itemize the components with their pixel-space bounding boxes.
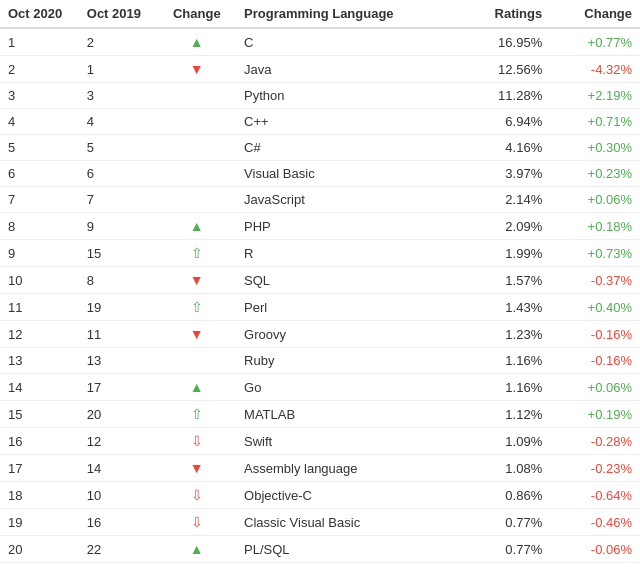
rating-value: 6.94% xyxy=(460,109,550,135)
arrow-double-down-icon: ⇩ xyxy=(191,433,203,449)
rank-2019: 20 xyxy=(79,401,158,428)
arrow-up-icon: ▲ xyxy=(190,218,204,234)
rank-2020: 20 xyxy=(0,536,79,563)
rank-2020: 4 xyxy=(0,109,79,135)
change-arrow: ▼ xyxy=(158,455,237,482)
rank-2019: 13 xyxy=(79,348,158,374)
language-name: R xyxy=(236,240,460,267)
rank-2020: 5 xyxy=(0,135,79,161)
language-name: Java xyxy=(236,56,460,83)
rank-2020: 19 xyxy=(0,509,79,536)
table-row: 7 7 JavaScript 2.14% +0.06% xyxy=(0,187,640,213)
rating-change: +0.19% xyxy=(550,401,640,428)
rating-change: -0.64% xyxy=(550,482,640,509)
arrow-double-up-icon: ⇧ xyxy=(191,245,203,261)
rank-2019: 8 xyxy=(79,267,158,294)
language-name: Objective-C xyxy=(236,482,460,509)
rank-2019: 19 xyxy=(79,294,158,321)
header-change: Change xyxy=(158,0,237,28)
table-row: 20 22 ▲ PL/SQL 0.77% -0.06% xyxy=(0,536,640,563)
rank-2019: 17 xyxy=(79,374,158,401)
rating-change: -0.37% xyxy=(550,267,640,294)
arrow-down-icon: ▼ xyxy=(190,61,204,77)
rating-change: +0.06% xyxy=(550,374,640,401)
rank-2020: 16 xyxy=(0,428,79,455)
language-name: Classic Visual Basic xyxy=(236,509,460,536)
rating-value: 11.28% xyxy=(460,83,550,109)
change-arrow: ▼ xyxy=(158,56,237,83)
arrow-up-icon: ▲ xyxy=(190,379,204,395)
header-language: Programming Language xyxy=(236,0,460,28)
arrow-up-icon: ▲ xyxy=(190,34,204,50)
rating-change: -0.23% xyxy=(550,455,640,482)
rating-change: +0.06% xyxy=(550,187,640,213)
rating-value: 0.77% xyxy=(460,536,550,563)
change-arrow xyxy=(158,83,237,109)
table-row: 10 8 ▼ SQL 1.57% -0.37% xyxy=(0,267,640,294)
header-oct2020: Oct 2020 xyxy=(0,0,79,28)
language-name: Python xyxy=(236,83,460,109)
header-oct2019: Oct 2019 xyxy=(79,0,158,28)
rank-2020: 12 xyxy=(0,321,79,348)
rank-2019: 12 xyxy=(79,428,158,455)
rating-change: -0.06% xyxy=(550,536,640,563)
rank-2020: 13 xyxy=(0,348,79,374)
table-row: 6 6 Visual Basic 3.97% +0.23% xyxy=(0,161,640,187)
change-arrow: ▼ xyxy=(158,267,237,294)
change-arrow xyxy=(158,109,237,135)
table-row: 9 15 ⇧ R 1.99% +0.73% xyxy=(0,240,640,267)
arrow-double-up-icon: ⇧ xyxy=(191,299,203,315)
table-row: 14 17 ▲ Go 1.16% +0.06% xyxy=(0,374,640,401)
table-row: 16 12 ⇩ Swift 1.09% -0.28% xyxy=(0,428,640,455)
change-arrow: ▲ xyxy=(158,374,237,401)
rank-2020: 18 xyxy=(0,482,79,509)
table-row: 15 20 ⇧ MATLAB 1.12% +0.19% xyxy=(0,401,640,428)
rating-change: +0.18% xyxy=(550,213,640,240)
rating-value: 1.23% xyxy=(460,321,550,348)
rankings-table: Oct 2020 Oct 2019 Change Programming Lan… xyxy=(0,0,640,563)
language-name: MATLAB xyxy=(236,401,460,428)
rank-2019: 4 xyxy=(79,109,158,135)
rating-change: +0.30% xyxy=(550,135,640,161)
rating-change: -0.16% xyxy=(550,348,640,374)
rating-value: 1.16% xyxy=(460,348,550,374)
rank-2019: 16 xyxy=(79,509,158,536)
rating-value: 1.99% xyxy=(460,240,550,267)
rating-value: 1.09% xyxy=(460,428,550,455)
change-arrow xyxy=(158,187,237,213)
rating-value: 1.57% xyxy=(460,267,550,294)
rank-2020: 6 xyxy=(0,161,79,187)
rank-2020: 10 xyxy=(0,267,79,294)
rating-value: 16.95% xyxy=(460,28,550,56)
rating-value: 12.56% xyxy=(460,56,550,83)
table-row: 18 10 ⇩ Objective-C 0.86% -0.64% xyxy=(0,482,640,509)
arrow-down-icon: ▼ xyxy=(190,272,204,288)
rank-2020: 9 xyxy=(0,240,79,267)
rank-2020: 1 xyxy=(0,28,79,56)
language-name: C# xyxy=(236,135,460,161)
language-name: C xyxy=(236,28,460,56)
language-name: Go xyxy=(236,374,460,401)
rank-2019: 7 xyxy=(79,187,158,213)
rank-2020: 14 xyxy=(0,374,79,401)
table-row: 5 5 C# 4.16% +0.30% xyxy=(0,135,640,161)
rating-change: -0.28% xyxy=(550,428,640,455)
rank-2019: 1 xyxy=(79,56,158,83)
rating-value: 1.08% xyxy=(460,455,550,482)
table-row: 17 14 ▼ Assembly language 1.08% -0.23% xyxy=(0,455,640,482)
rank-2019: 6 xyxy=(79,161,158,187)
rank-2019: 2 xyxy=(79,28,158,56)
rank-2020: 7 xyxy=(0,187,79,213)
rating-value: 1.12% xyxy=(460,401,550,428)
change-arrow: ⇩ xyxy=(158,428,237,455)
arrow-up-icon: ▲ xyxy=(190,541,204,557)
rank-2020: 3 xyxy=(0,83,79,109)
rating-change: -4.32% xyxy=(550,56,640,83)
language-name: PL/SQL xyxy=(236,536,460,563)
change-arrow: ⇧ xyxy=(158,294,237,321)
rating-value: 2.14% xyxy=(460,187,550,213)
rank-2019: 10 xyxy=(79,482,158,509)
header-ratings: Ratings xyxy=(460,0,550,28)
arrow-double-down-icon: ⇩ xyxy=(191,487,203,503)
change-arrow: ⇧ xyxy=(158,240,237,267)
